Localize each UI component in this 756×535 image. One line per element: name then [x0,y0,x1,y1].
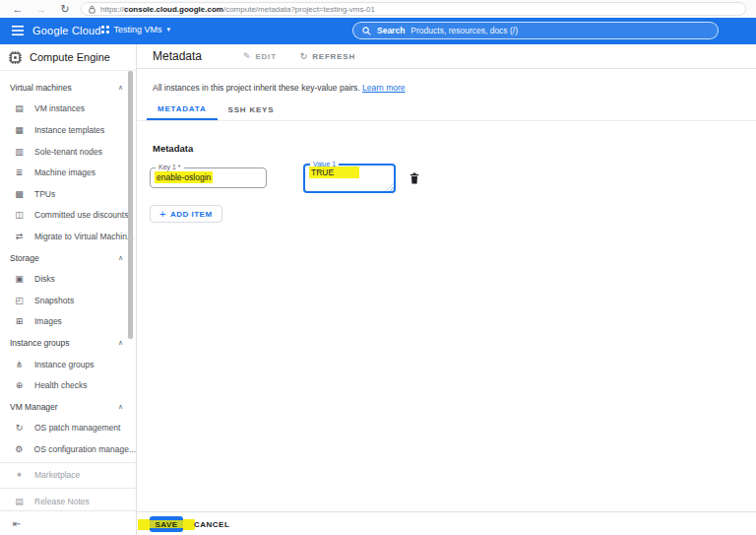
sidebar-item-vm-instances[interactable]: ▤VM instances [0,99,136,120]
sidebar-section-label: Virtual machines [10,83,72,93]
lock-icon [89,5,95,14]
sidebar-item-label: Sole-tenant nodes [34,147,102,157]
sidebar-item-disks[interactable]: ▣Disks [0,268,136,290]
sidebar-item-label: VM instances [34,103,85,113]
sidebar-item-label: Disks [34,274,55,284]
sidebar-item-label: Release Notes [34,497,90,506]
trash-icon [410,172,419,184]
chevron-down-icon: ▾ [167,26,171,33]
divider [137,511,756,512]
committed-use-discounts-icon: ◫ [14,210,25,220]
plus-icon: + [159,208,166,220]
delete-item-button[interactable] [410,172,419,187]
key-field-label: Key 1 * [156,164,184,170]
tab-metadata[interactable]: METADATA [147,99,218,120]
collapse-icon: ⇤ [13,518,21,529]
sidebar-item-os-configuration-manage[interactable]: ⚙OS configuration manage... [0,438,136,460]
instance-groups-icon: ⋔ [14,360,25,369]
tab-bar: METADATA SSH KEYS [147,99,284,120]
sidebar-item-label: OS configuration manage... [34,444,136,454]
sidebar-item-label: Machine images [34,167,95,177]
page-header: Metadata ✎ EDIT ↻ REFRESH [137,44,756,69]
instance-templates-icon: ▦ [14,125,25,135]
sidebar-item-instance-templates[interactable]: ▦Instance templates [0,119,136,141]
search-placeholder: Products, resources, docs (/) [410,26,518,35]
search-icon [362,27,371,35]
chevron-up-icon: ∧ [118,339,123,347]
browser-back-icon[interactable]: ← [6,0,30,18]
refresh-button[interactable]: ↻ REFRESH [300,51,355,61]
sidebar-item-instance-groups[interactable]: ⋔Instance groups [0,354,136,375]
sidebar-item-snapshots[interactable]: ◰Snapshots [0,290,136,311]
sidebar-item-os-patch-management[interactable]: ↻OS patch management [0,418,136,439]
compute-engine-icon [8,50,23,65]
key-input[interactable]: Key 1 * enable-oslogin [150,167,267,188]
sidebar-item-label: Committed use discounts [34,210,128,220]
project-name: Testing VMs [114,25,162,34]
resize-handle[interactable] [386,183,394,191]
pencil-icon: ✎ [243,51,251,61]
browser-refresh-icon[interactable]: ↻ [53,0,77,18]
sidebar-item-label: Images [34,316,62,326]
cancel-button[interactable]: CANCEL [194,516,229,532]
machine-images-icon: ≣ [14,167,25,177]
sidebar-item-release-notes[interactable]: ▤Release Notes [0,491,136,512]
sidebar-item-marketplace[interactable]: ✶Marketplace [0,465,136,487]
menu-icon[interactable] [12,26,24,35]
sidebar-item-label: Snapshots [34,296,74,305]
sidebar-item-label: Health checks [34,380,87,390]
address-bar[interactable]: https://console.cloud.google.com/compute… [81,2,746,16]
sidebar-section-storage[interactable]: Storage∧ [0,247,136,269]
marketplace-icon: ✶ [14,470,25,480]
value-input[interactable]: Value 1 TRUE [303,164,396,193]
product-name: Compute Engine [30,51,110,63]
edit-button[interactable]: ✎ EDIT [243,51,277,61]
project-icon [101,26,109,33]
sidebar-section-virtual-machines[interactable]: Virtual machines∧ [0,77,136,99]
disks-icon: ▣ [14,274,25,284]
url-text: https://console.cloud.google.com/compute… [100,5,375,14]
migrate-icon: ⇄ [14,232,25,241]
sidebar-section-label: Storage [10,253,39,263]
sidebar-item-sole-tenant-nodes[interactable]: ▥Sole-tenant nodes [0,141,136,163]
sidebar-item-committed-use-discounts[interactable]: ◫Committed use discounts [0,205,136,227]
value-field-value: TRUE [309,167,359,178]
divider [0,488,136,489]
divider [0,462,136,463]
chevron-up-icon: ∧ [118,403,123,411]
google-cloud-logo[interactable]: Google Cloud [32,25,101,36]
sidebar-scrollbar[interactable] [128,71,133,339]
add-item-button[interactable]: + ADD ITEM [150,205,222,223]
sidebar-section-vm-manager[interactable]: VM Manager∧ [0,396,136,418]
learn-more-link[interactable]: Learn more [362,83,405,93]
images-icon: ⊞ [14,316,25,326]
app-window: ← → ↻ https://console.cloud.google.com/c… [0,0,756,535]
release-notes-icon: ▤ [14,497,25,506]
sidebar-item-label: Migrate to Virtual Machin... [34,232,134,241]
os-patch-icon: ↻ [14,423,25,433]
sidebar-section-instance-groups[interactable]: Instance groups∧ [0,332,136,354]
collapse-sidebar-button[interactable]: ⇤ [0,510,136,535]
browser-forward-icon[interactable]: → [30,0,53,18]
sidebar-item-health-checks[interactable]: ⊕Health checks [0,374,136,396]
sidebar-item-machine-images[interactable]: ≣Machine images [0,162,136,183]
sidebar-item-tpus[interactable]: ▩TPUs [0,183,136,205]
main-content: Metadata ✎ EDIT ↻ REFRESH All instances … [137,44,756,535]
search-label: Search [377,26,405,35]
sidebar: Compute Engine Virtual machines∧▤VM inst… [0,44,137,535]
sidebar-item-label: Instance templates [34,125,104,135]
sidebar-item-label: OS patch management [34,423,120,433]
save-button[interactable]: SAVE [150,516,183,532]
sidebar-item-images[interactable]: ⊞Images [0,311,136,333]
page-title: Metadata [153,49,202,63]
app-header: Google Cloud Testing VMs ▾ Search Produc… [0,18,756,44]
chevron-up-icon: ∧ [118,254,123,262]
search-input[interactable]: Search Products, resources, docs (/) [352,22,719,39]
sidebar-item-label: TPUs [34,189,55,199]
sidebar-item-label: Instance groups [34,360,94,369]
tpus-icon: ▩ [14,189,25,199]
sidebar-item-migrate-to-virtual-machin[interactable]: ⇄Migrate to Virtual Machin... [0,226,136,247]
tab-ssh-keys[interactable]: SSH KEYS [218,99,285,120]
browser-toolbar: ← → ↻ https://console.cloud.google.com/c… [0,0,756,18]
project-selector[interactable]: Testing VMs ▾ [101,25,170,34]
